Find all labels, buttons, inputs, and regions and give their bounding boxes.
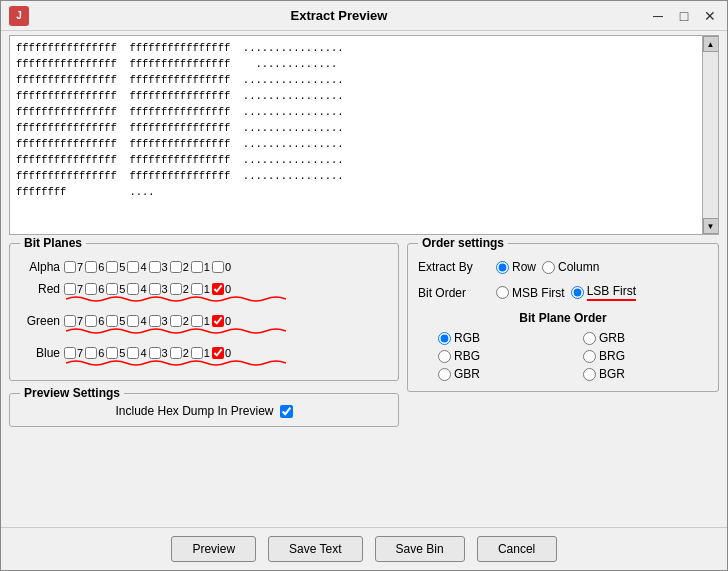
plane-brg-option: BRG [583,349,708,363]
hex-dump-checkbox[interactable] [280,405,293,418]
plane-gbr-radio[interactable] [438,368,451,381]
extract-by-radio-group: Row Column [496,260,599,274]
alpha-cb-2[interactable] [170,261,182,273]
bit-planes-group: Bit Planes Alpha 7 6 5 4 3 2 1 0 [9,243,399,381]
plane-gbr-label: GBR [454,367,480,381]
alpha-cb-5[interactable] [106,261,118,273]
extract-by-row-option: Row [496,260,536,274]
main-window: J Extract Preview ─ □ ✕ ffffffffffffffff… [0,0,728,571]
plane-rgb-radio[interactable] [438,332,451,345]
alpha-bit-6: 6 [85,261,104,273]
red-label: Red [20,282,60,296]
plane-brg-radio[interactable] [583,350,596,363]
alpha-bit-0: 0 [212,261,231,273]
alpha-cb-6[interactable] [85,261,97,273]
preview-area: ffffffffffffffff ffffffffffffffff ......… [9,35,719,235]
alpha-bit-group: 7 6 5 4 3 2 1 0 [64,261,231,273]
maximize-button[interactable]: □ [675,7,693,25]
alpha-cb-3[interactable] [149,261,161,273]
preview-line: ffffffffffffffff ffffffffffffffff ......… [16,72,696,88]
preview-line: ffffffffffffffff ffffffffffffffff ......… [16,88,696,104]
close-button[interactable]: ✕ [701,7,719,25]
lsb-first-option: LSB First [571,284,636,301]
plane-rbg-radio[interactable] [438,350,451,363]
extract-by-column-radio[interactable] [542,261,555,274]
save-bin-button[interactable]: Save Bin [375,536,465,562]
preview-line: ffffffffffffffff ffffffffffffffff ......… [16,40,696,56]
hex-dump-row: Include Hex Dump In Preview [20,404,388,418]
preview-scrollbar: ▲ ▼ [702,36,718,234]
alpha-bit-4: 4 [127,261,146,273]
preview-line: ffffffffffffffff ffffffffffffffff ......… [16,136,696,152]
blue-wavy-underline [66,359,286,367]
save-text-button[interactable]: Save Text [268,536,362,562]
order-settings-title: Order settings [418,236,508,250]
title-bar-controls: ─ □ ✕ [649,7,719,25]
plane-rgb-option: RGB [438,331,563,345]
scroll-up-arrow[interactable]: ▲ [703,36,719,52]
alpha-cb-4[interactable] [127,261,139,273]
scroll-down-arrow[interactable]: ▼ [703,218,719,234]
bit-order-row: Bit Order MSB First LSB First [418,284,708,301]
hex-dump-label: Include Hex Dump In Preview [115,404,273,418]
main-panels: Bit Planes Alpha 7 6 5 4 3 2 1 0 [1,239,727,527]
plane-gbr-option: GBR [438,367,563,381]
panel-right: Order settings Extract By Row Column [407,243,719,523]
lsb-first-label: LSB First [587,284,636,301]
preview-line: ffffffffffffffff ffffffffffffffff ......… [16,168,696,184]
preview-line: ffffffffffffffff ffffffffffffffff ......… [16,104,696,120]
app-icon: J [9,6,29,26]
preview-button[interactable]: Preview [171,536,256,562]
bit-plane-order-section: Bit Plane Order RGB GRB RBG [418,311,708,381]
alpha-cb-1[interactable] [191,261,203,273]
green-wavy-underline [66,327,286,335]
plane-rbg-option: RBG [438,349,563,363]
alpha-cb-7[interactable] [64,261,76,273]
alpha-bit-7: 7 [64,261,83,273]
extract-by-row-radio[interactable] [496,261,509,274]
msb-first-label: MSB First [512,286,565,300]
alpha-label: Alpha [20,260,60,274]
bit-plane-order-grid: RGB GRB RBG BRG [418,331,708,381]
plane-rgb-label: RGB [454,331,480,345]
red-wavy-underline [66,295,286,303]
bit-planes-title: Bit Planes [20,236,86,250]
bit-plane-order-title: Bit Plane Order [418,311,708,325]
green-label: Green [20,314,60,328]
preview-line: ffffffffffffffff ffffffffffffffff ......… [16,152,696,168]
plane-rbg-label: RBG [454,349,480,363]
extract-by-column-option: Column [542,260,599,274]
minimize-button[interactable]: ─ [649,7,667,25]
title-bar-left: J [9,6,29,26]
extract-by-label: Extract By [418,260,488,274]
window-title: Extract Preview [29,8,649,23]
bit-order-label: Bit Order [418,286,488,300]
app-icon-label: J [16,10,22,21]
cancel-button[interactable]: Cancel [477,536,557,562]
order-settings-group: Order settings Extract By Row Column [407,243,719,392]
preview-line: ffffffffffffffff ffffffffffffffff ......… [16,56,696,72]
preview-settings-title: Preview Settings [20,386,124,400]
preview-line: ffffffffffffffff ffffffffffffffff ......… [16,120,696,136]
plane-brg-label: BRG [599,349,625,363]
msb-first-option: MSB First [496,286,565,300]
msb-first-radio[interactable] [496,286,509,299]
lsb-first-radio[interactable] [571,286,584,299]
preview-line: ffffffff .... [16,184,696,200]
alpha-bit-3: 3 [149,261,168,273]
title-bar: J Extract Preview ─ □ ✕ [1,1,727,31]
bit-order-radio-group: MSB First LSB First [496,284,636,301]
alpha-cb-0[interactable] [212,261,224,273]
plane-grb-label: GRB [599,331,625,345]
plane-grb-option: GRB [583,331,708,345]
alpha-bit-2: 2 [170,261,189,273]
plane-bgr-option: BGR [583,367,708,381]
blue-label: Blue [20,346,60,360]
panel-left: Bit Planes Alpha 7 6 5 4 3 2 1 0 [9,243,399,523]
plane-grb-radio[interactable] [583,332,596,345]
alpha-bit-5: 5 [106,261,125,273]
plane-bgr-radio[interactable] [583,368,596,381]
scroll-track[interactable] [703,52,718,218]
alpha-bit-1: 1 [191,261,210,273]
extract-by-row-label: Row [512,260,536,274]
